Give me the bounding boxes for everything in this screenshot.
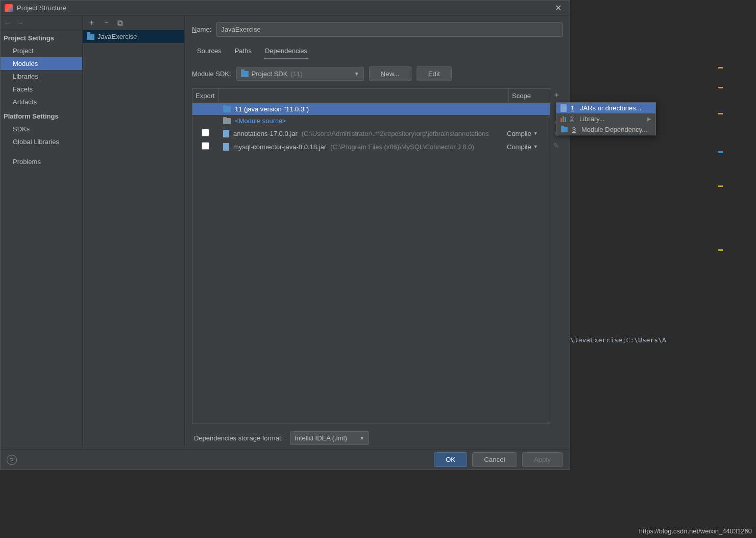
module-sdk-combo[interactable]: Project SDK (11) ▼ xyxy=(236,67,364,81)
dep-path: (C:\Users\Administrator\.m2\repository\o… xyxy=(302,130,489,137)
sidebar-item-artifacts[interactable]: Artifacts xyxy=(1,96,82,108)
add-module-icon[interactable]: ＋ xyxy=(88,18,95,28)
dep-name: <Module source> xyxy=(235,117,286,125)
popup-jars[interactable]: 1 JARs or directories... xyxy=(556,103,655,113)
watermark-url: https://blog.csdn.net/weixin_44031260 xyxy=(639,527,752,535)
popup-label: JARs or directories... xyxy=(580,104,642,112)
library-icon xyxy=(560,116,566,122)
new-sdk-button[interactable]: New... xyxy=(369,66,411,81)
editor-code-fragment: \JavaExercise;C:\Users\A xyxy=(570,336,666,344)
popup-label: Module Dependency... xyxy=(581,126,647,133)
jar-icon xyxy=(223,143,229,151)
sdk-version: (11) xyxy=(290,70,302,78)
sidebar-item-libraries[interactable]: Libraries xyxy=(1,70,82,83)
dialog-footer: OK Cancel Apply xyxy=(1,449,570,470)
add-dependency-popup: 1 JARs or directories... 2 Library... ▶ … xyxy=(556,102,656,135)
apply-button[interactable]: Apply xyxy=(522,452,563,467)
modules-toolbar: ＋ － ⧉ xyxy=(83,16,184,30)
back-icon[interactable]: ← xyxy=(4,18,11,27)
export-checkbox[interactable] xyxy=(202,129,209,136)
storage-label: Dependencies storage format: xyxy=(194,434,283,442)
module-source-icon xyxy=(223,118,231,124)
module-icon xyxy=(561,127,568,132)
cancel-button[interactable]: Cancel xyxy=(472,452,517,467)
popup-library[interactable]: 2 Library... ▶ xyxy=(556,113,655,124)
project-structure-dialog: Project Structure ✕ ← → Project Settings… xyxy=(0,0,570,470)
editor-minimap[interactable] xyxy=(717,0,724,305)
sidebar-item-modules[interactable]: Modules xyxy=(1,57,82,70)
dependencies-vertical-toolbar: ＋ － ▲ ▼ ✎ xyxy=(550,88,563,424)
forward-icon[interactable]: → xyxy=(16,18,24,27)
storage-format-row: Dependencies storage format: IntelliJ ID… xyxy=(192,424,563,449)
sidebar-item-sdks[interactable]: SDKs xyxy=(1,123,82,135)
tab-paths[interactable]: Paths xyxy=(234,44,253,59)
scope-combo[interactable]: Compile ▼ xyxy=(507,143,547,151)
chevron-down-icon: ▼ xyxy=(354,71,359,77)
module-name-input[interactable] xyxy=(216,22,563,37)
module-folder-icon xyxy=(87,34,94,40)
storage-format-combo[interactable]: IntelliJ IDEA (.iml) ▼ xyxy=(290,431,369,445)
col-name xyxy=(219,89,509,103)
dialog-body: ← → Project Settings Project Modules Lib… xyxy=(1,16,570,449)
remove-module-icon[interactable]: － xyxy=(103,18,110,28)
dependencies-area: Export Scope 11 (java version "11.0.3") xyxy=(192,88,563,424)
popup-num: 3 xyxy=(572,126,577,133)
sdk-folder-icon xyxy=(223,106,231,112)
module-details: Name: Sources Paths Dependencies Module … xyxy=(185,16,570,449)
edit-sdk-button[interactable]: Edit xyxy=(417,66,452,81)
sidebar-nav: ← → xyxy=(1,16,82,30)
modules-list-panel: ＋ － ⧉ JavaExercise xyxy=(83,16,185,449)
dep-row-mysql[interactable]: mysql-connector-java-8.0.18.jar (C:\Prog… xyxy=(192,140,550,153)
sdk-name: Project SDK xyxy=(252,70,288,78)
module-item-label: JavaExercise xyxy=(97,33,137,40)
dep-row-sdk[interactable]: 11 (java version "11.0.3") xyxy=(192,103,550,115)
col-export: Export xyxy=(192,89,219,103)
project-settings-head: Project Settings xyxy=(1,30,82,44)
copy-module-icon[interactable]: ⧉ xyxy=(117,18,123,28)
col-scope: Scope xyxy=(509,89,550,103)
popup-num: 2 xyxy=(570,115,575,123)
platform-settings-head: Platform Settings xyxy=(1,108,82,123)
tab-dependencies[interactable]: Dependencies xyxy=(264,44,308,59)
sidebar-item-problems[interactable]: Problems xyxy=(1,155,82,168)
jar-icon xyxy=(560,104,567,112)
module-item-javaexercise[interactable]: JavaExercise xyxy=(83,30,184,43)
settings-sidebar: ← → Project Settings Project Modules Lib… xyxy=(1,16,83,449)
scope-combo[interactable]: Compile ▼ xyxy=(507,130,547,137)
chevron-down-icon: ▼ xyxy=(359,435,364,441)
dep-row-annotations[interactable]: annotations-17.0.0.jar (C:\Users\Adminis… xyxy=(192,127,550,140)
scope-value: Compile xyxy=(507,143,531,151)
scope-value: Compile xyxy=(507,130,531,137)
intellij-logo-icon xyxy=(5,4,13,12)
jar-icon xyxy=(223,130,229,137)
name-label: Name: xyxy=(192,26,211,33)
dependencies-table: Export Scope 11 (java version "11.0.3") xyxy=(192,88,550,424)
dependencies-header: Export Scope xyxy=(192,89,550,103)
popup-label: Library... xyxy=(579,115,605,123)
sidebar-item-global-libraries[interactable]: Global Libraries xyxy=(1,135,82,148)
dialog-title: Project Structure xyxy=(17,4,66,12)
dep-row-module-source[interactable]: <Module source> xyxy=(192,115,550,127)
popup-module-dependency[interactable]: 3 Module Dependency... xyxy=(556,124,655,135)
edit-dependency-icon[interactable]: ✎ xyxy=(553,142,559,150)
help-icon[interactable]: ? xyxy=(7,455,17,465)
dep-name: mysql-connector-java-8.0.18.jar xyxy=(233,143,326,151)
chevron-down-icon: ▼ xyxy=(533,144,538,149)
titlebar: Project Structure ✕ xyxy=(1,1,570,16)
dep-name: 11 (java version "11.0.3") xyxy=(235,105,309,113)
submenu-indicator-icon: ▶ xyxy=(647,116,651,122)
module-tabs: Sources Paths Dependencies xyxy=(192,44,563,59)
storage-value: IntelliJ IDEA (.iml) xyxy=(295,434,347,442)
popup-num: 1 xyxy=(571,104,576,112)
sdk-folder-icon xyxy=(241,71,249,77)
ok-button[interactable]: OK xyxy=(434,452,467,467)
dep-path: (C:\Program Files (x86)\MySQL\Connector … xyxy=(330,143,474,151)
add-dependency-icon[interactable]: ＋ xyxy=(553,90,560,100)
module-sdk-label: Module SDK: xyxy=(192,70,231,78)
dep-name: annotations-17.0.0.jar xyxy=(233,130,298,137)
sidebar-item-facets[interactable]: Facets xyxy=(1,83,82,96)
export-checkbox[interactable] xyxy=(202,142,209,150)
close-icon[interactable]: ✕ xyxy=(551,1,566,15)
tab-sources[interactable]: Sources xyxy=(196,44,223,59)
sidebar-item-project[interactable]: Project xyxy=(1,44,82,57)
